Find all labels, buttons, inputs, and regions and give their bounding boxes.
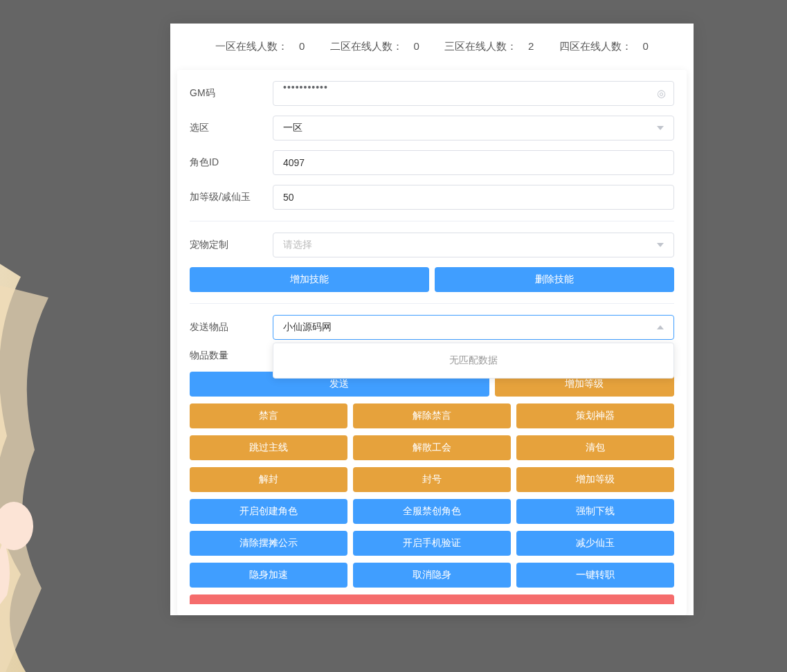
action-rows: 禁言解除禁言策划神器跳过主线解散工会清包解封封号增加等级开启创建角色全服禁创角色…: [190, 403, 674, 588]
action-button[interactable]: 开启手机验证: [353, 531, 511, 556]
delete-skill-button[interactable]: 删除技能: [435, 267, 674, 292]
dropdown-no-match: 无匹配数据: [273, 343, 674, 379]
action-button[interactable]: 解除禁言: [353, 403, 511, 428]
svg-point-0: [0, 502, 33, 550]
action-button[interactable]: 增加等级: [516, 467, 674, 492]
chevron-up-icon: [657, 325, 664, 329]
action-button[interactable]: 策划神器: [516, 403, 674, 428]
red-button-partial[interactable]: [190, 594, 674, 604]
zone2-stat: 二区在线人数：0: [325, 40, 425, 52]
action-button[interactable]: 隐身加速: [190, 563, 347, 588]
pet-select[interactable]: 请选择: [273, 233, 674, 257]
action-button[interactable]: 全服禁创角色: [353, 499, 511, 524]
action-button[interactable]: 解封: [190, 467, 347, 492]
action-button[interactable]: 清包: [516, 435, 674, 460]
action-button[interactable]: 取消隐身: [353, 563, 511, 588]
chevron-down-icon: [657, 126, 664, 130]
role-id-input[interactable]: [273, 150, 674, 175]
gm-code-label: GM码: [190, 87, 273, 100]
zone1-stat: 一区在线人数：0: [210, 40, 310, 52]
action-button[interactable]: 减少仙玉: [516, 531, 674, 556]
item-qty-label: 物品数量: [190, 349, 273, 362]
level-label: 加等级/减仙玉: [190, 191, 273, 203]
eye-icon[interactable]: ◎: [657, 87, 666, 100]
gm-code-input[interactable]: •••••••••••: [273, 81, 674, 106]
action-button[interactable]: 禁言: [190, 403, 347, 428]
online-stats: 一区在线人数：0 二区在线人数：0 三区在线人数：2 四区在线人数：0: [170, 24, 694, 70]
action-button[interactable]: 强制下线: [516, 499, 674, 524]
divider: [190, 303, 674, 304]
form-card: GM码 ••••••••••• ◎ 选区 一区 角色ID 加等级/减仙玉: [177, 70, 687, 615]
background-illustration: [0, 242, 173, 672]
role-id-label: 角色ID: [190, 156, 273, 169]
level-input[interactable]: [273, 185, 674, 210]
action-button[interactable]: 解散工会: [353, 435, 511, 460]
action-button[interactable]: 封号: [353, 467, 511, 492]
zone3-stat: 三区在线人数：2: [439, 40, 539, 52]
zone-select[interactable]: 一区: [273, 116, 674, 140]
send-item-select[interactable]: 小仙源码网: [273, 315, 674, 340]
pet-label: 宠物定制: [190, 239, 273, 251]
divider: [190, 221, 674, 221]
action-button[interactable]: 清除摆摊公示: [190, 531, 347, 556]
zone-label: 选区: [190, 122, 273, 134]
admin-panel: 一区在线人数：0 二区在线人数：0 三区在线人数：2 四区在线人数：0 GM码 …: [170, 24, 694, 615]
action-button[interactable]: 开启创建角色: [190, 499, 347, 524]
action-button[interactable]: 一键转职: [516, 563, 674, 588]
send-item-label: 发送物品: [190, 321, 273, 334]
zone4-stat: 四区在线人数：0: [554, 40, 654, 52]
chevron-down-icon: [657, 243, 664, 247]
action-button[interactable]: 跳过主线: [190, 435, 347, 460]
add-skill-button[interactable]: 增加技能: [190, 267, 429, 292]
